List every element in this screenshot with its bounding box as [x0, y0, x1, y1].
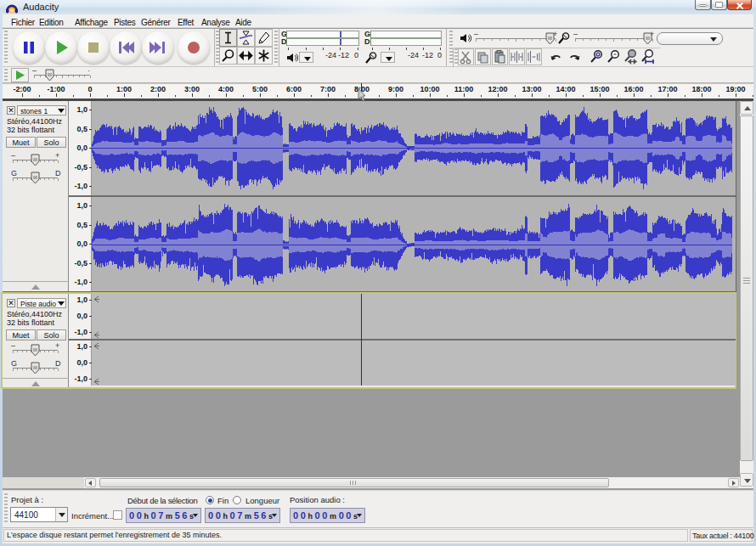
svg-text:3:00: 3:00: [184, 85, 200, 93]
svg-text:9:00: 9:00: [388, 85, 403, 93]
svg-text:18:00: 18:00: [691, 85, 711, 93]
svg-text:2:00: 2:00: [150, 85, 166, 93]
svg-text:10:00: 10:00: [420, 85, 439, 93]
svg-text:12:00: 12:00: [488, 85, 507, 93]
svg-text:15:00: 15:00: [590, 85, 609, 93]
svg-text:0: 0: [87, 85, 92, 93]
svg-text:7:00: 7:00: [320, 85, 336, 93]
svg-text:5:00: 5:00: [252, 85, 268, 93]
svg-text:-2:00: -2:00: [13, 85, 31, 93]
svg-text:19:00: 19:00: [725, 85, 745, 93]
svg-text:11:00: 11:00: [454, 85, 474, 93]
svg-text:17:00: 17:00: [657, 85, 677, 93]
svg-text:14:00: 14:00: [556, 85, 575, 93]
svg-text:16:00: 16:00: [623, 85, 643, 93]
svg-text:13:00: 13:00: [522, 85, 541, 93]
svg-text:4:00: 4:00: [218, 85, 234, 93]
svg-text:-1:00: -1:00: [47, 85, 65, 93]
svg-text:6:00: 6:00: [286, 85, 302, 93]
svg-text:1:00: 1:00: [116, 85, 132, 93]
